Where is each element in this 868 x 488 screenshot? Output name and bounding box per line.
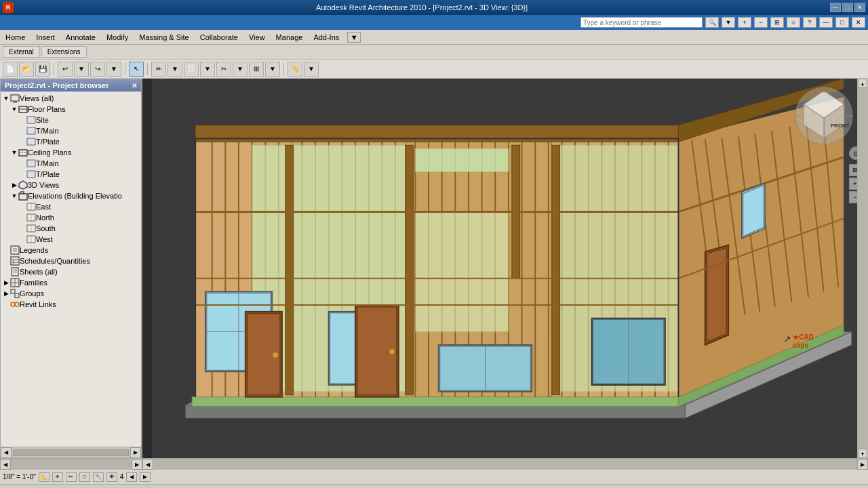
toggle-site: [18, 117, 26, 123]
view-icon-2: [26, 126, 36, 136]
detail-button[interactable]: ⊞: [249, 62, 264, 77]
bookmark-button[interactable]: ☆: [787, 17, 800, 28]
toggle-elevations[interactable]: ▼: [10, 192, 18, 199]
families-icon: [10, 278, 20, 287]
svg-marker-42: [185, 405, 685, 418]
draw-button[interactable]: ✏: [151, 62, 166, 77]
browser-scroll-right[interactable]: ▶: [132, 459, 142, 470]
viewport-scroll-left[interactable]: ◀: [142, 459, 153, 470]
menu-manage[interactable]: Manage: [271, 31, 309, 43]
scroll-right-button[interactable]: ▶: [130, 447, 141, 458]
tree-west[interactable]: West: [2, 234, 140, 245]
toggle-groups[interactable]: ▶: [2, 290, 10, 297]
viewport[interactable]: FRONT N ⊙ ⊞ + − ▲ ▼ ↗ ★CA: [142, 79, 868, 458]
menu-massing[interactable]: Massing & Site: [134, 31, 194, 43]
window-restore-button[interactable]: □: [835, 17, 849, 28]
tree-floor-plans[interactable]: ▼ Floor Plans: [2, 104, 140, 115]
browser-scroll-left[interactable]: ◀: [0, 459, 11, 470]
viewport-scroll-track[interactable]: [153, 459, 857, 469]
arrow-right-button[interactable]: ▶: [140, 472, 151, 482]
redo-dropdown[interactable]: ▼: [106, 62, 121, 77]
rectangle-button[interactable]: ⬜: [184, 62, 199, 77]
tree-tplate-2[interactable]: T/Plate: [2, 169, 140, 180]
cad-clips-text: ★CADclips: [793, 333, 814, 350]
menu-home[interactable]: Home: [0, 31, 31, 43]
browser-scroll-track[interactable]: [11, 459, 132, 469]
render-icon[interactable]: □: [79, 472, 90, 482]
tree-ceiling-plans[interactable]: ▼ Ceiling Plans: [2, 147, 140, 158]
tree-sheets[interactable]: Sheets (all): [2, 266, 140, 277]
browser-close-button[interactable]: ✕: [132, 82, 137, 89]
tree-north[interactable]: North: [2, 212, 140, 223]
rectangle-dropdown[interactable]: ▼: [200, 62, 215, 77]
scale-icon[interactable]: 📐: [39, 472, 50, 482]
save-button[interactable]: 💾: [35, 62, 50, 77]
tree-tmain-2[interactable]: T/Main: [2, 158, 140, 169]
window-close-button[interactable]: ✕: [852, 17, 865, 28]
tree-south[interactable]: South: [2, 223, 140, 234]
tree-3d-views[interactable]: ▶ 3D Views: [2, 180, 140, 190]
tree-families[interactable]: ▶ Families: [2, 277, 140, 288]
cut-dropdown[interactable]: ▼: [233, 62, 248, 77]
tree-east[interactable]: East: [2, 201, 140, 212]
menu-modify[interactable]: Modify: [101, 31, 134, 43]
close-button[interactable]: ✕: [854, 3, 865, 12]
menu-insert[interactable]: Insert: [31, 31, 60, 43]
detail-dropdown[interactable]: ▼: [265, 62, 280, 77]
tree-groups[interactable]: ▶ Groups: [2, 288, 140, 299]
search-button[interactable]: 🔍: [705, 17, 719, 28]
viewport-scroll-right[interactable]: ▶: [857, 459, 868, 470]
tree-site[interactable]: Site: [2, 115, 140, 125]
tree-elevations[interactable]: ▼ Elevations (Building Elevatio: [2, 190, 140, 201]
external-tab[interactable]: External: [3, 46, 40, 58]
tree-schedules[interactable]: Schedules/Quantities: [2, 256, 140, 266]
crop-icon[interactable]: ✂: [66, 472, 77, 482]
tree-legends[interactable]: Legends: [2, 245, 140, 256]
help-button[interactable]: ?: [803, 17, 816, 28]
cut-button[interactable]: ✂: [216, 62, 231, 77]
measure-dropdown[interactable]: ▼: [304, 62, 319, 77]
measure-button[interactable]: 📏: [288, 62, 302, 77]
scroll-track[interactable]: [13, 449, 129, 456]
toggle-ceiling-plans[interactable]: ▼: [10, 149, 18, 156]
window-min-button[interactable]: —: [819, 17, 833, 28]
draw-dropdown[interactable]: ▼: [167, 62, 182, 77]
tree-views-all[interactable]: ▼ Views (all): [2, 93, 140, 104]
search-input[interactable]: [580, 17, 703, 28]
open-button[interactable]: 📂: [19, 62, 34, 77]
zoom-fit-button[interactable]: ⊞: [770, 17, 784, 28]
scroll-up-button[interactable]: ▲: [858, 79, 867, 88]
toggle-floor-plans[interactable]: ▼: [10, 106, 18, 113]
view-cube[interactable]: FRONT N: [793, 85, 848, 140]
tree-tplate-1[interactable]: T/Plate: [2, 136, 140, 147]
undo-dropdown[interactable]: ▼: [74, 62, 89, 77]
zoom-in-button[interactable]: +: [738, 17, 751, 28]
menu-collaborate[interactable]: Collaborate: [195, 31, 243, 43]
scroll-left-button[interactable]: ◀: [1, 447, 12, 458]
tree-revit-links[interactable]: Revit Links: [2, 299, 140, 310]
restore-button[interactable]: □: [842, 3, 853, 12]
minimize-button[interactable]: —: [830, 3, 841, 12]
extensions-tab[interactable]: Extensions: [41, 46, 87, 58]
toggle-views-all[interactable]: ▼: [2, 95, 10, 102]
toggle-families[interactable]: ▶: [2, 279, 10, 286]
redo-button[interactable]: ↪: [90, 62, 105, 77]
toggle-3d-views[interactable]: ▶: [10, 182, 18, 188]
menu-annotate[interactable]: Annotate: [60, 31, 101, 43]
undo-button[interactable]: ↩: [58, 62, 73, 77]
temp-icon[interactable]: 🔧: [93, 472, 104, 482]
app-title: Autodesk Revit Architecture 2010 - [Proj…: [14, 3, 830, 12]
select-button[interactable]: ↖: [129, 62, 144, 77]
search-dropdown-button[interactable]: ▼: [722, 17, 735, 28]
ribbon-expand-button[interactable]: ▼: [347, 32, 361, 43]
arrow-left-button[interactable]: ◀: [126, 472, 137, 482]
scroll-down-button[interactable]: ▼: [858, 449, 867, 458]
menu-addins[interactable]: Add-Ins: [308, 31, 344, 43]
tree-tmain-1[interactable]: T/Main: [2, 125, 140, 136]
scroll-thumb[interactable]: [858, 88, 868, 449]
vis-icon[interactable]: 👁: [106, 472, 117, 482]
zoom-out-button[interactable]: −: [754, 17, 768, 28]
new-button[interactable]: 📄: [3, 62, 18, 77]
sun-icon[interactable]: ☀: [52, 472, 63, 482]
menu-view[interactable]: View: [243, 31, 271, 43]
